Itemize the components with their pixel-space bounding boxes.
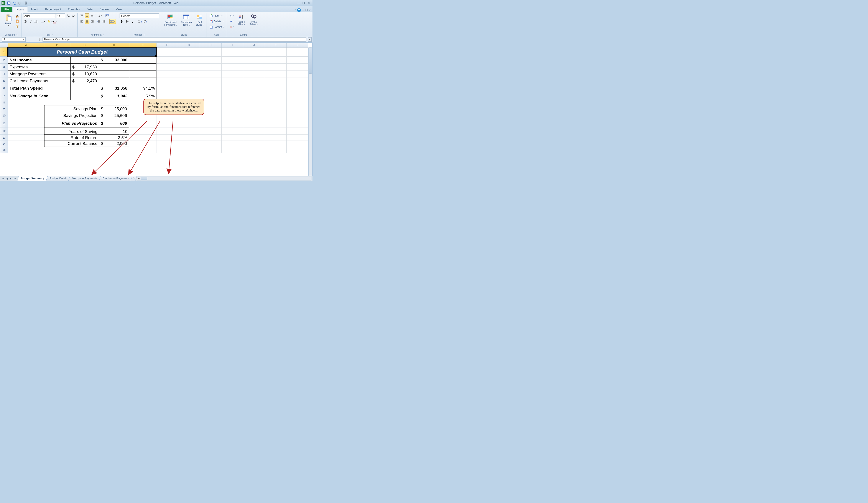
cell-A1-E1[interactable]: Personal Cash Budget (8, 48, 156, 56)
increase-indent-icon[interactable] (102, 19, 106, 24)
autosum-button[interactable]: Σ▾ (229, 13, 235, 18)
tab-formulas[interactable]: Formulas (64, 7, 83, 12)
wrap-text-icon[interactable]: ab (105, 13, 110, 18)
qat-customize-icon[interactable]: ▾ (29, 1, 32, 6)
sheet-nav-prev-icon[interactable]: ◀ (5, 177, 9, 180)
number-format-combo[interactable]: General▾ (120, 13, 159, 18)
cell-A2[interactable]: Net Income (8, 56, 70, 64)
workbook-close-icon[interactable]: ✕ (309, 9, 311, 12)
vertical-scroll-thumb[interactable] (309, 48, 312, 74)
cell-C5[interactable]: $2,479 (70, 77, 99, 84)
cut-icon[interactable] (15, 13, 20, 18)
cell-B12[interactable]: Years of Saving (44, 128, 99, 135)
row-4[interactable]: 4 (0, 71, 8, 77)
copy-icon[interactable] (15, 19, 20, 23)
format-cells-button[interactable]: Format▾ (208, 25, 225, 30)
row-6[interactable]: 6 (0, 84, 8, 92)
col-E[interactable]: E (129, 43, 156, 47)
format-as-table-button[interactable]: Format as Table ▾ (180, 13, 193, 27)
cell-D11[interactable]: $606 (99, 119, 129, 128)
tab-insert[interactable]: Insert (28, 7, 42, 12)
font-launcher-icon[interactable]: ↘ (52, 34, 53, 36)
close-icon[interactable]: ✕ (307, 1, 311, 4)
shrink-font-icon[interactable]: A▾ (71, 13, 76, 18)
format-painter-icon[interactable] (15, 24, 20, 29)
tab-home[interactable]: Home (13, 7, 28, 12)
col-J[interactable]: J (243, 43, 265, 47)
horizontal-scrollbar[interactable]: ◀ (137, 177, 311, 180)
undo-icon[interactable] (12, 1, 17, 6)
grow-font-icon[interactable]: A▴ (66, 13, 71, 18)
find-select-button[interactable]: Find & Select ▾ (248, 13, 259, 26)
col-G[interactable]: G (178, 43, 200, 47)
tab-page-layout[interactable]: Page Layout (42, 7, 64, 12)
col-B[interactable]: B (44, 43, 70, 47)
italic-button[interactable]: I (29, 19, 33, 24)
row-2[interactable]: 2 (0, 56, 8, 64)
col-A[interactable]: A (8, 43, 44, 47)
minimize-ribbon-icon[interactable]: ˆ (295, 9, 296, 11)
col-K[interactable]: K (265, 43, 287, 47)
cell-B10[interactable]: Savings Projection (44, 112, 99, 119)
cell-D7[interactable]: $1,942 (99, 92, 129, 100)
horizontal-scroll-thumb[interactable] (141, 177, 147, 180)
row-8[interactable]: 8 (0, 100, 8, 105)
expand-formula-bar-icon[interactable]: ▾ (308, 37, 312, 42)
alignment-launcher-icon[interactable]: ↘ (103, 34, 104, 36)
row-12[interactable]: 12 (0, 128, 8, 135)
orientation-icon[interactable]: ab▾ (97, 13, 102, 18)
vertical-scrollbar[interactable] (308, 48, 312, 176)
select-all-corner[interactable] (0, 43, 8, 48)
bold-button[interactable]: B (23, 19, 28, 24)
align-top-icon[interactable] (80, 13, 84, 18)
underline-button[interactable]: U▾ (34, 19, 39, 24)
font-size-combo[interactable]: 14▾ (56, 13, 65, 18)
number-launcher-icon[interactable]: ↘ (143, 34, 145, 36)
tab-data[interactable]: Data (83, 7, 96, 12)
formula-bar[interactable]: Personal Cash Budget (42, 37, 307, 42)
percent-format-icon[interactable]: % (125, 19, 130, 24)
comma-format-icon[interactable]: , (130, 19, 135, 24)
cell-C3[interactable]: $17,950 (70, 64, 99, 71)
cells-area[interactable]: Personal Cash Budget Net Income $33,000 … (8, 48, 308, 176)
workbook-minimize-icon[interactable]: — (302, 9, 304, 12)
increase-decimal-icon[interactable]: .0.00 (138, 19, 143, 24)
selection-handle[interactable] (155, 55, 156, 56)
save-icon[interactable] (7, 1, 11, 6)
cell-B11[interactable]: Plan vs Projection (44, 119, 99, 128)
col-H[interactable]: H (200, 43, 221, 47)
insert-cells-button[interactable]: Insert▾ (208, 13, 225, 18)
name-box[interactable]: A1▾ (2, 37, 25, 42)
tab-review[interactable]: Review (96, 7, 112, 12)
sheet-nav-last-icon[interactable]: ⏭ (13, 177, 17, 180)
align-bottom-icon[interactable] (90, 13, 95, 18)
fill-color-button[interactable]: ▾ (47, 19, 52, 24)
cell-A3[interactable]: Expenses (8, 64, 70, 71)
col-I[interactable]: I (221, 43, 243, 47)
cell-C4[interactable]: $10,629 (70, 71, 99, 77)
workbook-restore-icon[interactable]: ❐ (305, 9, 308, 12)
cell-D10[interactable]: $25,606 (99, 112, 129, 119)
clipboard-launcher-icon[interactable]: ↘ (16, 34, 18, 36)
decrease-decimal-icon[interactable]: .00.0 (143, 19, 148, 24)
print-icon[interactable] (23, 1, 28, 6)
font-color-button[interactable]: A▾ (52, 19, 57, 24)
align-left-icon[interactable] (80, 19, 84, 24)
cell-D14[interactable]: $2,000 (99, 141, 129, 147)
paste-button[interactable]: Paste ▾ (3, 13, 13, 27)
cell-D12[interactable]: 10 (99, 128, 129, 135)
row-1[interactable]: 1 (0, 48, 8, 56)
cell-E6[interactable]: 94.1% (129, 84, 156, 92)
cell-A6[interactable]: Total Plan Spend (8, 84, 70, 92)
row-11[interactable]: 11 (0, 119, 8, 128)
cell-B14[interactable]: Current Balance (44, 141, 99, 147)
conditional-formatting-button[interactable]: Conditional Formatting ▾ (163, 13, 178, 27)
cell-B13[interactable]: Rate of Return (44, 135, 99, 141)
row-5[interactable]: 5 (0, 77, 8, 84)
sheet-nav-first-icon[interactable]: ⏮ (1, 177, 5, 180)
row-13[interactable]: 13 (0, 135, 8, 141)
col-D[interactable]: D (99, 43, 129, 47)
cell-D9[interactable]: $25,000 (99, 105, 129, 112)
row-14[interactable]: 14 (0, 141, 8, 147)
accounting-format-icon[interactable]: $▾ (120, 19, 124, 24)
